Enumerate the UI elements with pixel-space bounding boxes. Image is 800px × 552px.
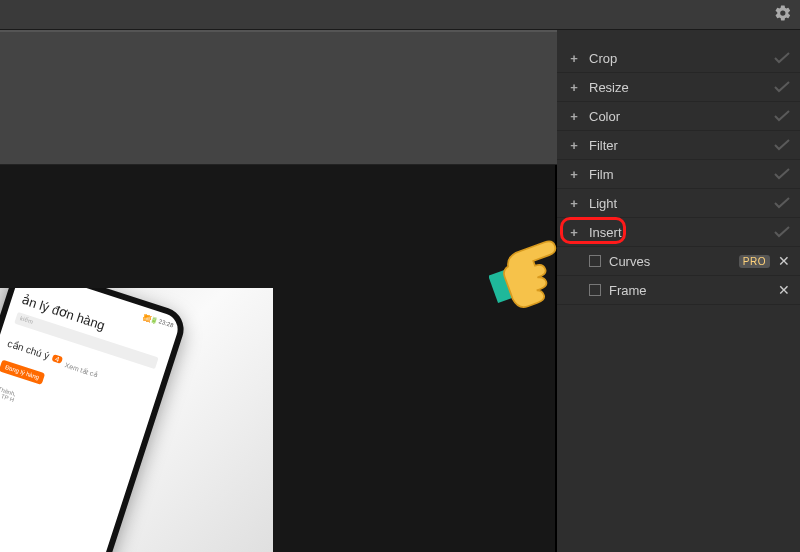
main-area: 📶 🔋 23:28 ản lý đơn hàng kiếm cần chú ý … <box>0 30 800 552</box>
pro-badge: PRO <box>739 255 770 268</box>
plus-icon: + <box>567 51 581 66</box>
check-icon <box>774 197 790 209</box>
tool-frame[interactable]: + Frame ✕ <box>557 276 800 305</box>
tool-light[interactable]: + Light <box>557 189 800 218</box>
phone-address: n Thành, 10, TP H <box>0 384 135 441</box>
tool-insert[interactable]: + Insert <box>557 218 800 247</box>
tool-crop[interactable]: + Crop <box>557 44 800 73</box>
plus-icon: + <box>567 167 581 182</box>
plus-icon: + <box>567 225 581 240</box>
plus-icon: + <box>567 138 581 153</box>
checkbox-icon[interactable] <box>589 284 601 296</box>
check-icon <box>774 52 790 64</box>
editing-image[interactable]: 📶 🔋 23:28 ản lý đơn hàng kiếm cần chú ý … <box>0 288 273 552</box>
gear-icon[interactable] <box>774 4 792 26</box>
tool-label: Crop <box>589 51 617 66</box>
tool-color[interactable]: + Color <box>557 102 800 131</box>
phone-see-all: Xem tất cả <box>64 361 99 379</box>
checkbox-icon[interactable] <box>589 255 601 267</box>
tool-film[interactable]: + Film <box>557 160 800 189</box>
tool-label: Curves <box>609 254 650 269</box>
check-icon <box>774 139 790 151</box>
tool-label: Film <box>589 167 614 182</box>
topbar <box>0 0 800 30</box>
tool-filter[interactable]: + Filter <box>557 131 800 160</box>
phone-screen: 📶 🔋 23:28 ản lý đơn hàng kiếm cần chú ý … <box>0 288 182 552</box>
check-icon <box>774 81 790 93</box>
plus-icon: + <box>567 109 581 124</box>
close-icon[interactable]: ✕ <box>778 283 790 297</box>
plus-icon: + <box>567 196 581 211</box>
phone-subheading-text: cần chú ý <box>6 337 51 361</box>
canvas-area[interactable]: 📶 🔋 23:28 ản lý đơn hàng kiếm cần chú ý … <box>0 30 557 552</box>
status-time: 23:28 <box>158 318 174 329</box>
check-icon <box>774 110 790 122</box>
tool-curves[interactable]: + Curves PRO ✕ <box>557 247 800 276</box>
check-icon <box>774 226 790 238</box>
close-icon[interactable]: ✕ <box>778 254 790 268</box>
check-icon <box>774 168 790 180</box>
phone-badge-count: 4 <box>52 354 64 364</box>
phone-mock: 📶 🔋 23:28 ản lý đơn hàng kiếm cần chú ý … <box>0 288 189 552</box>
tool-resize[interactable]: + Resize <box>557 73 800 102</box>
tool-label: Color <box>589 109 620 124</box>
tool-label: Resize <box>589 80 629 95</box>
tool-label: Insert <box>589 225 622 240</box>
tools-sidebar: + Crop + Resize + Color + Filter + Film … <box>557 30 800 552</box>
tool-label: Light <box>589 196 617 211</box>
canvas-backdrop <box>0 30 560 165</box>
tool-label: Filter <box>589 138 618 153</box>
plus-icon: + <box>567 80 581 95</box>
phone-orange-button: Đang lý hàng <box>0 360 46 385</box>
tool-label: Frame <box>609 283 647 298</box>
